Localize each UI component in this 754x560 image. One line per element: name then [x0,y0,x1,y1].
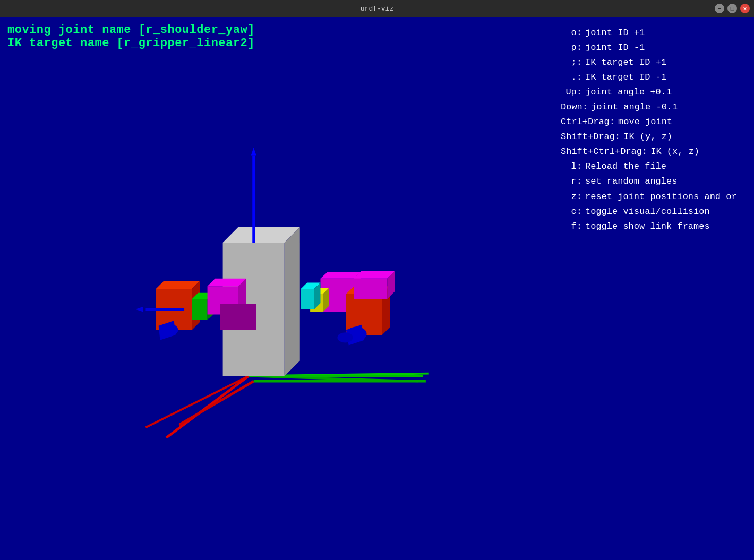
shortcut-desc: IK (y, z) [623,130,672,144]
shortcut-key: Ctrl+Drag: [561,115,618,130]
shortcut-key: l: [561,159,585,174]
left-shoulder-dark [220,304,256,330]
torso-right [285,227,300,376]
shortcut-row: Down:joint angle -0.1 [561,100,746,115]
shortcut-row: Shift+Ctrl+Drag:IK (x, z) [561,144,746,159]
shortcut-desc: IK (x, z) [650,144,699,159]
shortcut-key: .: [561,70,585,85]
shortcut-key: o: [561,25,585,40]
title-bar: urdf-viz − □ × [0,0,754,17]
main-content: moving joint name [r_shoulder_yaw] IK ta… [0,17,754,560]
shortcut-key: ;: [561,55,585,70]
shortcut-row: p:joint ID -1 [561,40,746,55]
right-gripper-end [337,332,353,342]
left-green-block [192,299,208,320]
shortcut-desc: IK target ID +1 [585,55,666,70]
shortcut-key: c: [561,204,585,219]
shortcut-desc: set random angles [585,174,677,189]
shortcut-key: Shift+Drag: [561,130,623,144]
shortcuts-panel: o:joint ID +1p:joint ID -1;:IK target ID… [552,17,754,560]
shortcut-desc: move joint [618,115,672,130]
shortcut-key: Down: [561,100,591,115]
shortcut-key: r: [561,174,585,189]
shortcut-row: z: reset joint positions and or [561,189,746,204]
moving-joint-info: moving joint name [r_shoulder_yaw] [7,23,255,37]
shortcut-key: z: [561,189,585,204]
left-axis-arrow [135,306,143,312]
shortcut-row: .:IK target ID -1 [561,70,746,85]
base-x-axis [179,381,253,425]
right-magenta1-top [320,272,360,279]
right-cyan [301,289,314,309]
shortcut-desc: joint ID +1 [585,25,645,40]
shortcut-desc: toggle show link frames [585,219,710,234]
shortcut-desc: joint angle +0.1 [585,85,672,100]
shortcut-row: l: Reload the file [561,159,746,174]
shortcut-row: Shift+Drag:IK (y, z) [561,130,746,144]
shortcut-key: p: [561,40,585,55]
window-title: urdf-viz [361,5,393,13]
axis-x-neg [145,376,249,427]
shortcut-desc: IK target ID -1 [585,70,666,85]
shortcut-desc: reset joint positions and or [585,189,737,204]
shortcut-desc: joint angle -0.1 [591,100,678,115]
scene-svg [63,130,434,448]
info-overlay: moving joint name [r_shoulder_yaw] IK ta… [7,23,255,50]
shortcut-row: Ctrl+Drag:move joint [561,115,746,130]
shortcut-desc: toggle visual/collision [585,204,710,219]
shortcut-key: Up: [561,85,585,100]
spine-arrow [251,147,256,155]
window-controls: − □ × [715,4,750,13]
shortcut-desc: Reload the file [585,159,666,174]
shortcut-row: c: toggle visual/collision [561,204,746,219]
shortcut-key: Shift+Ctrl+Drag: [561,144,650,159]
minimize-button[interactable]: − [715,4,724,13]
close-button[interactable]: × [740,4,750,13]
maximize-button[interactable]: □ [727,4,737,13]
shortcut-row: f: toggle show link frames [561,219,746,234]
viewport[interactable]: moving joint name [r_shoulder_yaw] IK ta… [0,17,552,560]
shortcut-key: f: [561,219,585,234]
robot-scene [63,130,434,448]
shortcut-row: Up: joint angle +0.1 [561,85,746,100]
ik-target-info: IK target name [r_gripper_linear2] [7,37,255,50]
right-magenta2 [354,278,387,299]
shortcut-row: r: set random angles [561,174,746,189]
shortcut-desc: joint ID -1 [585,40,645,55]
shortcut-row: ;:IK target ID +1 [561,55,746,70]
shortcut-row: o:joint ID +1 [561,25,746,40]
